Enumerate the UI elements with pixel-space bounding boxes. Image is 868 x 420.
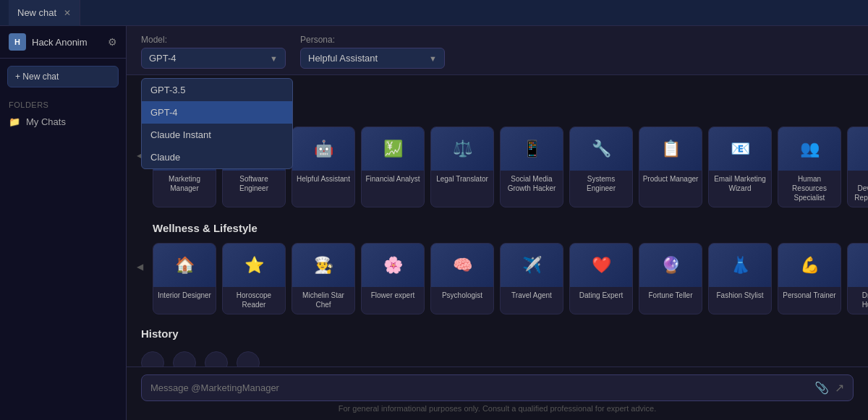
history-dot-3[interactable] xyxy=(205,351,228,367)
wellness-persona-card[interactable]: 💪 Personal Trainer xyxy=(778,243,841,314)
persona-avatar: 👨‍🍳 xyxy=(292,244,354,287)
persona-avatar: 📧 xyxy=(709,127,771,171)
persona-name: Systems Engineer xyxy=(570,171,632,197)
persona-name: Helpful Assistant xyxy=(294,171,353,188)
persona-avatar: 🏠 xyxy=(153,244,216,287)
model-selector-bar: Model: GPT-4 ▼ Persona: Helpful Assistan… xyxy=(127,26,868,75)
model-option-claude-instant[interactable]: Claude Instant xyxy=(142,124,292,146)
wellness-persona-card[interactable]: 👗 Fashion Stylist xyxy=(708,243,772,314)
persona-avatar: 📱 xyxy=(501,127,563,171)
productivity-persona-card[interactable]: 📱 Social Media Growth Hacker xyxy=(500,127,563,207)
history-section-title: History xyxy=(141,327,854,340)
persona-avatar: 🩺 xyxy=(848,244,868,287)
persona-name: Social Media Growth Hacker xyxy=(501,171,563,197)
wellness-persona-card[interactable]: 🌸 Flower expert xyxy=(361,243,425,314)
model-option-gpt35[interactable]: GPT-3.5 xyxy=(142,79,292,101)
persona-avatar: 💼 xyxy=(848,127,868,171)
top-bar: New chat ✕ xyxy=(0,0,868,26)
model-dropdown-menu: GPT-3.5 GPT-4 Claude Instant Claude xyxy=(141,78,293,169)
persona-name: Email Marketing Wizard xyxy=(709,171,771,197)
productivity-persona-card[interactable]: 👥 Human Resources Specialist xyxy=(778,127,841,207)
persona-current-value: Helpful Assistant xyxy=(308,53,378,64)
send-icon[interactable]: ↗ xyxy=(835,381,844,395)
persona-avatar: ⭐ xyxy=(223,244,285,287)
persona-name: Legal Translator xyxy=(433,171,491,188)
wellness-section: ◀ Wellness & Lifestyle 🏠 Interior Design… xyxy=(127,213,868,320)
model-option-claude[interactable]: Claude xyxy=(142,146,292,168)
persona-avatar: ⚖️ xyxy=(431,127,493,171)
productivity-persona-card[interactable]: 💼 Sales Development Representative xyxy=(847,127,868,207)
folder-name: My Chats xyxy=(26,116,66,127)
persona-name: Marketing Manager xyxy=(153,171,216,197)
persona-name: Fortune Teller xyxy=(646,287,696,304)
attach-icon[interactable]: 📎 xyxy=(814,381,829,395)
wellness-persona-card[interactable]: 🩺 Dr Andrew Huberman xyxy=(847,243,868,314)
persona-name: Interior Designer xyxy=(155,287,214,304)
wellness-persona-card[interactable]: 🧠 Psychologist xyxy=(430,243,494,314)
persona-avatar: 👗 xyxy=(709,244,771,287)
wellness-persona-grid: 🏠 Interior Designer ⭐ Horoscope Reader 👨… xyxy=(153,243,868,314)
productivity-persona-card[interactable]: 🤖 Helpful Assistant xyxy=(292,127,355,207)
wellness-persona-card[interactable]: ⭐ Horoscope Reader xyxy=(222,243,286,314)
sidebar-item-my-chats[interactable]: 📁 My Chats xyxy=(0,112,126,132)
persona-dropdown-arrow: ▼ xyxy=(429,54,437,63)
wellness-scroll-left-arrow[interactable]: ◀ xyxy=(132,262,147,272)
persona-avatar: 🌸 xyxy=(362,244,424,287)
content-area: Model: GPT-4 ▼ Persona: Helpful Assistan… xyxy=(127,26,868,420)
user-avatar: H xyxy=(9,33,26,51)
productivity-persona-card[interactable]: 🔧 Systems Engineer xyxy=(569,127,633,207)
persona-name: Horoscope Reader xyxy=(223,287,285,314)
wellness-persona-card[interactable]: ❤️ Dating Expert xyxy=(569,243,633,314)
folders-label: Folders xyxy=(0,95,126,112)
persona-avatar: ✈️ xyxy=(501,244,563,287)
persona-name: Personal Trainer xyxy=(780,287,838,304)
persona-avatar: 📋 xyxy=(639,127,702,171)
persona-selector-group: Persona: Helpful Assistant ▼ xyxy=(300,35,445,69)
input-icons: 📎 ↗ xyxy=(814,381,844,395)
persona-avatar: 💹 xyxy=(362,127,424,171)
persona-name: Fashion Stylist xyxy=(713,287,766,304)
persona-name: Dating Expert xyxy=(576,287,626,304)
tab-close-icon[interactable]: ✕ xyxy=(64,8,71,18)
new-chat-button[interactable]: + New chat xyxy=(7,66,119,87)
new-chat-tab[interactable]: New chat ✕ xyxy=(9,0,80,26)
persona-name: Dr Andrew Huberman xyxy=(848,287,868,314)
persona-dropdown[interactable]: Helpful Assistant ▼ xyxy=(300,48,445,69)
persona-name: Flower expert xyxy=(368,287,418,304)
username: Hack Anonim xyxy=(32,37,88,48)
wellness-section-title: Wellness & Lifestyle xyxy=(153,222,868,234)
message-input[interactable] xyxy=(150,382,809,393)
wellness-persona-card[interactable]: ✈️ Travel Agent xyxy=(500,243,563,314)
persona-name: Financial Analyst xyxy=(362,171,422,188)
history-dot-4[interactable] xyxy=(237,351,260,367)
model-current-value: GPT-4 xyxy=(149,53,176,64)
input-bar: 📎 ↗ For general informational purposes o… xyxy=(127,367,868,420)
persona-name: Michelin Star Chef xyxy=(292,287,354,314)
persona-avatar: 🔮 xyxy=(639,244,702,287)
productivity-persona-card[interactable]: 📧 Email Marketing Wizard xyxy=(708,127,772,207)
history-dot-1[interactable] xyxy=(141,351,164,367)
persona-name: Product Manager xyxy=(640,171,702,188)
productivity-persona-card[interactable]: 💹 Financial Analyst xyxy=(361,127,425,207)
wellness-persona-card[interactable]: 👨‍🍳 Michelin Star Chef xyxy=(292,243,355,314)
sidebar-user: H Hack Anonim xyxy=(9,33,88,51)
persona-name: Human Resources Specialist xyxy=(778,171,841,207)
model-dropdown-arrow: ▼ xyxy=(270,54,278,63)
persona-avatar: 👥 xyxy=(778,127,841,171)
tab-label: New chat xyxy=(17,7,56,18)
model-dropdown[interactable]: GPT-4 ▼ xyxy=(141,48,286,69)
sidebar-header: H Hack Anonim ⚙ xyxy=(0,26,126,59)
settings-icon[interactable]: ⚙ xyxy=(108,36,117,48)
productivity-persona-card[interactable]: ⚖️ Legal Translator xyxy=(430,127,494,207)
history-dots xyxy=(141,348,854,367)
wellness-persona-card[interactable]: 🏠 Interior Designer xyxy=(153,243,216,314)
history-section: History xyxy=(127,320,868,367)
folder-icon: 📁 xyxy=(9,116,20,127)
persona-avatar: ❤️ xyxy=(570,244,632,287)
wellness-persona-card[interactable]: 🔮 Fortune Teller xyxy=(639,243,702,314)
productivity-persona-card[interactable]: 📋 Product Manager xyxy=(639,127,702,207)
history-dot-2[interactable] xyxy=(173,351,196,367)
model-option-gpt4[interactable]: GPT-4 xyxy=(142,101,292,124)
persona-avatar: 🧠 xyxy=(431,244,493,287)
persona-avatar: 🔧 xyxy=(570,127,632,171)
